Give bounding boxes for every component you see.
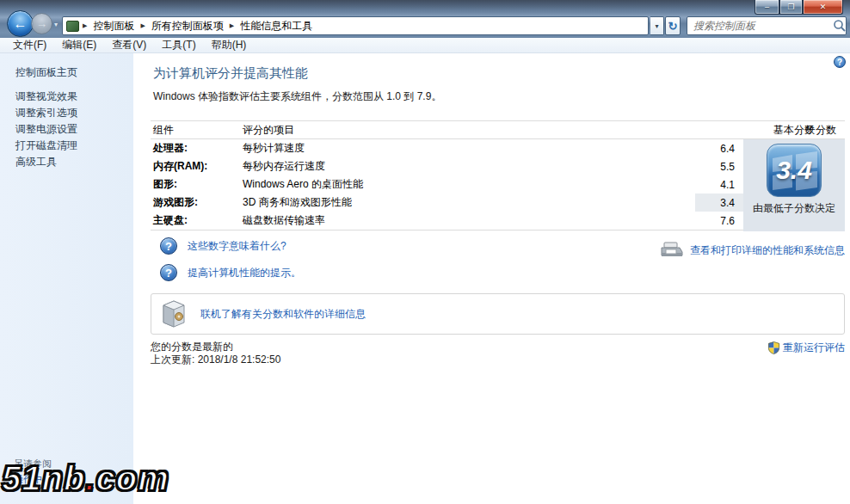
component-name: 主硬盘: bbox=[151, 213, 243, 228]
sidebar: 控制面板主页 调整视觉效果 调整索引选项 调整电源设置 打开磁盘清理 高级工具 … bbox=[0, 53, 133, 504]
watermark-dot: . bbox=[85, 459, 95, 497]
breadcrumb-all-items[interactable]: 所有控制面板项 bbox=[146, 17, 229, 34]
main-content: ? 为计算机评分并提高其性能 Windows 体验指数评估主要系统组件，分数范围… bbox=[133, 53, 850, 504]
sidebar-item-indexing-options[interactable]: 调整索引选项 bbox=[15, 106, 77, 120]
base-score-badge: 3.4 bbox=[767, 144, 822, 197]
help-icon[interactable]: ? bbox=[834, 56, 846, 68]
subscore-value: 4.1 bbox=[695, 175, 743, 194]
sidebar-item-home[interactable]: 控制面板主页 bbox=[15, 65, 77, 80]
menu-view[interactable]: 查看(V) bbox=[104, 37, 154, 53]
printer-icon bbox=[660, 242, 683, 259]
breadcrumb-separator-icon: ▶ bbox=[229, 22, 235, 29]
header-base-score: 基本分数 bbox=[743, 123, 845, 138]
rated-item: Windows Aero 的桌面性能 bbox=[243, 177, 695, 192]
recent-pages-dropdown[interactable]: ▾ bbox=[54, 21, 58, 28]
breadcrumb-performance-tools[interactable]: 性能信息和工具 bbox=[235, 17, 317, 34]
what-numbers-mean-link[interactable]: 这些数字意味着什么? bbox=[188, 239, 286, 254]
rated-item: 每秒内存运行速度 bbox=[243, 159, 695, 174]
page-title: 为计算机评分并提高其性能 bbox=[153, 65, 308, 82]
sidebar-item-power-settings[interactable]: 调整电源设置 bbox=[15, 122, 77, 137]
online-info-box: 联机了解有关分数和软件的详细信息 bbox=[151, 293, 845, 335]
forward-button[interactable]: → bbox=[31, 13, 52, 34]
control-panel-icon bbox=[66, 21, 79, 32]
window-controls: – ❐ ✕ bbox=[755, 0, 843, 15]
watermark-text: com bbox=[95, 459, 169, 497]
wei-table: 组件 评分的项目 子分数 基本分数 处理器: 每秒计算速度 6.4 内存(RAM… bbox=[151, 120, 845, 230]
last-update-text: 上次更新: 2018/1/8 21:52:50 bbox=[151, 353, 280, 367]
menu-help[interactable]: 帮助(H) bbox=[204, 37, 255, 53]
address-dropdown-button[interactable]: ▾ bbox=[650, 16, 664, 35]
view-print-details-link[interactable]: 查看和打印详细的性能和系统信息 bbox=[690, 243, 845, 258]
software-box-icon bbox=[161, 298, 187, 330]
link-row: ? 这些数字意味着什么? bbox=[160, 237, 286, 255]
subscore-value: 7.6 bbox=[695, 212, 743, 230]
breadcrumb-separator-icon: ▶ bbox=[82, 22, 88, 29]
header-item: 评分的项目 bbox=[243, 123, 791, 138]
refresh-button[interactable]: ↻ bbox=[665, 16, 681, 35]
wei-table-header: 组件 评分的项目 子分数 基本分数 bbox=[151, 120, 845, 139]
uac-shield-icon bbox=[767, 341, 780, 354]
component-name: 游戏图形: bbox=[151, 195, 243, 210]
menu-edit[interactable]: 编辑(E) bbox=[54, 37, 104, 53]
sidebar-item-advanced-tools[interactable]: 高级工具 bbox=[15, 155, 57, 169]
close-button[interactable]: ✕ bbox=[803, 0, 843, 15]
menu-tools[interactable]: 工具(T) bbox=[154, 37, 203, 53]
base-score-caption: 由最低子分数决定 bbox=[753, 202, 835, 215]
forward-arrow-icon: → bbox=[36, 17, 47, 30]
component-name: 内存(RAM): bbox=[151, 159, 243, 174]
sidebar-item-disk-cleanup[interactable]: 打开磁盘清理 bbox=[15, 138, 77, 153]
component-name: 处理器: bbox=[151, 141, 243, 156]
table-row: 主硬盘: 磁盘数据传输速率 7.6 bbox=[151, 212, 743, 230]
table-row: 游戏图形: 3D 商务和游戏图形性能 3.4 bbox=[151, 194, 743, 212]
rated-item: 每秒计算速度 bbox=[243, 141, 695, 156]
back-button[interactable]: ← bbox=[7, 10, 34, 37]
menu-file[interactable]: 文件(F) bbox=[5, 37, 54, 53]
minimize-button[interactable]: – bbox=[755, 0, 779, 15]
menu-bar: 文件(F) 编辑(E) 查看(V) 工具(T) 帮助(H) bbox=[0, 38, 850, 53]
learn-online-link[interactable]: 联机了解有关分数和软件的详细信息 bbox=[200, 307, 366, 322]
link-row: ? 提高计算机性能的提示。 bbox=[160, 264, 301, 281]
table-row: 处理器: 每秒计算速度 6.4 bbox=[151, 139, 743, 157]
rerun-assessment-link[interactable]: 重新运行评估 bbox=[783, 341, 845, 355]
breadcrumb-control-panel[interactable]: 控制面板 bbox=[88, 17, 139, 34]
component-name: 图形: bbox=[151, 177, 243, 192]
rated-item: 3D 商务和游戏图形性能 bbox=[243, 195, 695, 210]
search-icon bbox=[832, 18, 847, 34]
watermark-51nb: 51nb.com bbox=[2, 459, 169, 498]
subscore-value-lowest: 3.4 bbox=[695, 194, 743, 212]
watermark-text: 51nb bbox=[2, 459, 85, 497]
base-score-value: 3.4 bbox=[776, 156, 812, 185]
table-row: 图形: Windows Aero 的桌面性能 4.1 bbox=[151, 175, 743, 194]
glass-shine bbox=[0, 0, 850, 12]
breadcrumb-separator-icon: ▶ bbox=[139, 22, 145, 29]
subscore-value: 6.4 bbox=[695, 139, 743, 157]
maximize-button[interactable]: ❐ bbox=[779, 0, 803, 15]
search-box[interactable] bbox=[687, 16, 847, 35]
search-input[interactable] bbox=[687, 20, 832, 32]
performance-tips-link[interactable]: 提高计算机性能的提示。 bbox=[188, 266, 301, 280]
control-panel-window: – ❐ ✕ ← → ▾ ▶ 控制面板 ▶ 所有控制面板项 ▶ 性能信息和工具 ▾… bbox=[0, 0, 850, 504]
header-component: 组件 bbox=[151, 123, 243, 138]
page-subtitle: Windows 体验指数评估主要系统组件，分数范围从 1.0 到 7.9。 bbox=[153, 89, 441, 104]
sidebar-item-visual-effects[interactable]: 调整视觉效果 bbox=[15, 89, 77, 104]
address-bar[interactable]: ▶ 控制面板 ▶ 所有控制面板项 ▶ 性能信息和工具 bbox=[62, 16, 649, 35]
subscore-value: 5.5 bbox=[695, 157, 743, 175]
base-score-cell: 3.4 由最低子分数决定 bbox=[743, 139, 845, 231]
question-mark-icon: ? bbox=[160, 264, 177, 281]
question-mark-icon: ? bbox=[160, 237, 177, 255]
back-arrow-icon: ← bbox=[14, 16, 28, 32]
rated-item: 磁盘数据传输速率 bbox=[243, 213, 695, 228]
table-row: 内存(RAM): 每秒内存运行速度 5.5 bbox=[151, 157, 743, 175]
rerun-assessment-row: 重新运行评估 bbox=[767, 341, 845, 355]
print-details-row: 查看和打印详细的性能和系统信息 bbox=[660, 242, 845, 259]
wei-table-body: 处理器: 每秒计算速度 6.4 内存(RAM): 每秒内存运行速度 5.5 图形… bbox=[151, 139, 845, 230]
